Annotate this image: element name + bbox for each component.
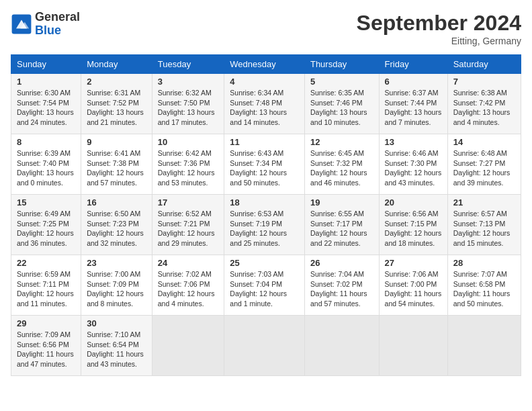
day-number: 19	[310, 197, 373, 208]
calendar-day-23: 23 Sunrise: 7:00 AMSunset: 7:09 PMDaylig…	[81, 255, 152, 316]
empty-cell	[224, 316, 305, 376]
header-wednesday: Wednesday	[224, 55, 305, 74]
day-number: 26	[310, 258, 373, 268]
day-number: 24	[158, 258, 219, 268]
calendar-day-3: 3 Sunrise: 6:32 AMSunset: 7:50 PMDayligh…	[152, 74, 224, 134]
day-number: 2	[87, 77, 146, 87]
day-info: Sunrise: 7:10 AMSunset: 6:54 PMDaylight:…	[87, 330, 144, 368]
day-info: Sunrise: 6:42 AMSunset: 7:36 PMDaylight:…	[158, 149, 215, 187]
empty-cell	[379, 316, 447, 376]
calendar-day-11: 11 Sunrise: 6:43 AMSunset: 7:34 PMDaylig…	[224, 134, 305, 195]
day-info: Sunrise: 7:06 AMSunset: 7:00 PMDaylight:…	[385, 270, 442, 308]
title-block: September 2024 Eitting, Germany	[357, 11, 521, 46]
day-info: Sunrise: 6:57 AMSunset: 7:13 PMDaylight:…	[453, 210, 511, 247]
header-thursday: Thursday	[304, 55, 379, 74]
header-monday: Monday	[81, 55, 152, 74]
calendar-day-22: 22 Sunrise: 6:59 AMSunset: 7:11 PMDaylig…	[11, 255, 81, 316]
day-info: Sunrise: 6:50 AMSunset: 7:23 PMDaylight:…	[87, 210, 144, 247]
calendar-day-17: 17 Sunrise: 6:52 AMSunset: 7:21 PMDaylig…	[152, 195, 224, 255]
calendar-day-10: 10 Sunrise: 6:42 AMSunset: 7:36 PMDaylig…	[152, 134, 224, 195]
day-number: 11	[230, 137, 299, 147]
day-number: 15	[17, 197, 75, 208]
day-number: 10	[158, 137, 219, 147]
header-saturday: Saturday	[447, 55, 521, 74]
day-info: Sunrise: 6:48 AMSunset: 7:27 PMDaylight:…	[453, 149, 511, 187]
calendar-day-30: 30 Sunrise: 7:10 AMSunset: 6:54 PMDaylig…	[81, 316, 152, 376]
calendar-day-29: 29 Sunrise: 7:09 AMSunset: 6:56 PMDaylig…	[11, 316, 81, 376]
calendar-day-6: 6 Sunrise: 6:37 AMSunset: 7:44 PMDayligh…	[379, 74, 447, 134]
day-info: Sunrise: 6:39 AMSunset: 7:40 PMDaylight:…	[17, 149, 74, 187]
empty-cell	[152, 316, 224, 376]
day-info: Sunrise: 6:32 AMSunset: 7:50 PMDaylight:…	[158, 89, 215, 126]
day-info: Sunrise: 7:00 AMSunset: 7:09 PMDaylight:…	[87, 270, 144, 308]
day-number: 21	[453, 197, 515, 208]
calendar-week-2: 8 Sunrise: 6:39 AMSunset: 7:40 PMDayligh…	[11, 134, 521, 195]
calendar-day-14: 14 Sunrise: 6:48 AMSunset: 7:27 PMDaylig…	[447, 134, 521, 195]
calendar-week-5: 29 Sunrise: 7:09 AMSunset: 6:56 PMDaylig…	[11, 316, 521, 376]
empty-cell	[304, 316, 379, 376]
calendar-day-25: 25 Sunrise: 7:03 AMSunset: 7:04 PMDaylig…	[224, 255, 305, 316]
day-info: Sunrise: 6:46 AMSunset: 7:30 PMDaylight:…	[385, 149, 442, 187]
day-info: Sunrise: 6:53 AMSunset: 7:19 PMDaylight:…	[230, 210, 287, 247]
calendar-day-9: 9 Sunrise: 6:41 AMSunset: 7:38 PMDayligh…	[81, 134, 152, 195]
header-friday: Friday	[379, 55, 447, 74]
day-number: 13	[385, 137, 442, 147]
day-info: Sunrise: 6:38 AMSunset: 7:42 PMDaylight:…	[453, 89, 511, 126]
calendar-day-28: 28 Sunrise: 7:07 AMSunset: 6:58 PMDaylig…	[447, 255, 521, 316]
calendar-day-1: 1 Sunrise: 6:30 AMSunset: 7:54 PMDayligh…	[11, 74, 81, 134]
day-number: 27	[385, 258, 442, 268]
day-number: 25	[230, 258, 299, 268]
day-info: Sunrise: 6:37 AMSunset: 7:44 PMDaylight:…	[385, 89, 442, 126]
day-number: 4	[230, 77, 299, 87]
day-info: Sunrise: 6:55 AMSunset: 7:17 PMDaylight:…	[310, 210, 367, 247]
day-number: 12	[310, 137, 373, 147]
calendar-day-20: 20 Sunrise: 6:56 AMSunset: 7:15 PMDaylig…	[379, 195, 447, 255]
day-number: 8	[17, 137, 75, 147]
day-info: Sunrise: 7:03 AMSunset: 7:04 PMDaylight:…	[230, 270, 287, 308]
calendar-week-3: 15 Sunrise: 6:49 AMSunset: 7:25 PMDaylig…	[11, 195, 521, 255]
day-info: Sunrise: 7:02 AMSunset: 7:06 PMDaylight:…	[158, 270, 215, 308]
calendar-day-13: 13 Sunrise: 6:46 AMSunset: 7:30 PMDaylig…	[379, 134, 447, 195]
logo-general: General	[35, 10, 80, 24]
day-info: Sunrise: 6:35 AMSunset: 7:46 PMDaylight:…	[310, 89, 367, 126]
day-number: 22	[17, 258, 75, 268]
day-number: 20	[385, 197, 442, 208]
day-info: Sunrise: 6:59 AMSunset: 7:11 PMDaylight:…	[17, 270, 74, 308]
calendar-week-4: 22 Sunrise: 6:59 AMSunset: 7:11 PMDaylig…	[11, 255, 521, 316]
calendar-day-24: 24 Sunrise: 7:02 AMSunset: 7:06 PMDaylig…	[152, 255, 224, 316]
day-number: 7	[453, 77, 515, 87]
day-number: 28	[453, 258, 515, 268]
day-info: Sunrise: 6:34 AMSunset: 7:48 PMDaylight:…	[230, 89, 287, 126]
logo-icon	[11, 13, 32, 35]
calendar-day-15: 15 Sunrise: 6:49 AMSunset: 7:25 PMDaylig…	[11, 195, 81, 255]
calendar-day-21: 21 Sunrise: 6:57 AMSunset: 7:13 PMDaylig…	[447, 195, 521, 255]
day-number: 16	[87, 197, 146, 208]
calendar-day-8: 8 Sunrise: 6:39 AMSunset: 7:40 PMDayligh…	[11, 134, 81, 195]
day-info: Sunrise: 6:30 AMSunset: 7:54 PMDaylight:…	[17, 89, 74, 126]
day-number: 30	[87, 318, 146, 328]
logo-text: General Blue	[35, 11, 80, 38]
day-info: Sunrise: 7:07 AMSunset: 6:58 PMDaylight:…	[453, 270, 511, 308]
calendar-header-row: SundayMondayTuesdayWednesdayThursdayFrid…	[11, 55, 521, 74]
day-number: 3	[158, 77, 219, 87]
logo-blue: Blue	[35, 24, 61, 37]
calendar-table: SundayMondayTuesdayWednesdayThursdayFrid…	[11, 54, 521, 376]
calendar-day-2: 2 Sunrise: 6:31 AMSunset: 7:52 PMDayligh…	[81, 74, 152, 134]
day-info: Sunrise: 6:56 AMSunset: 7:15 PMDaylight:…	[385, 210, 442, 247]
day-number: 23	[87, 258, 146, 268]
calendar-day-26: 26 Sunrise: 7:04 AMSunset: 7:02 PMDaylig…	[304, 255, 379, 316]
calendar-day-16: 16 Sunrise: 6:50 AMSunset: 7:23 PMDaylig…	[81, 195, 152, 255]
calendar-day-18: 18 Sunrise: 6:53 AMSunset: 7:19 PMDaylig…	[224, 195, 305, 255]
day-number: 14	[453, 137, 515, 147]
calendar-week-1: 1 Sunrise: 6:30 AMSunset: 7:54 PMDayligh…	[11, 74, 521, 134]
day-info: Sunrise: 6:45 AMSunset: 7:32 PMDaylight:…	[310, 149, 367, 187]
calendar-day-7: 7 Sunrise: 6:38 AMSunset: 7:42 PMDayligh…	[447, 74, 521, 134]
day-info: Sunrise: 6:52 AMSunset: 7:21 PMDaylight:…	[158, 210, 215, 247]
day-number: 29	[17, 318, 75, 328]
day-info: Sunrise: 6:31 AMSunset: 7:52 PMDaylight:…	[87, 89, 144, 126]
day-number: 18	[230, 197, 299, 208]
day-info: Sunrise: 7:09 AMSunset: 6:56 PMDaylight:…	[17, 330, 74, 368]
day-info: Sunrise: 6:43 AMSunset: 7:34 PMDaylight:…	[230, 149, 287, 187]
day-number: 9	[87, 137, 146, 147]
day-info: Sunrise: 6:41 AMSunset: 7:38 PMDaylight:…	[87, 149, 144, 187]
